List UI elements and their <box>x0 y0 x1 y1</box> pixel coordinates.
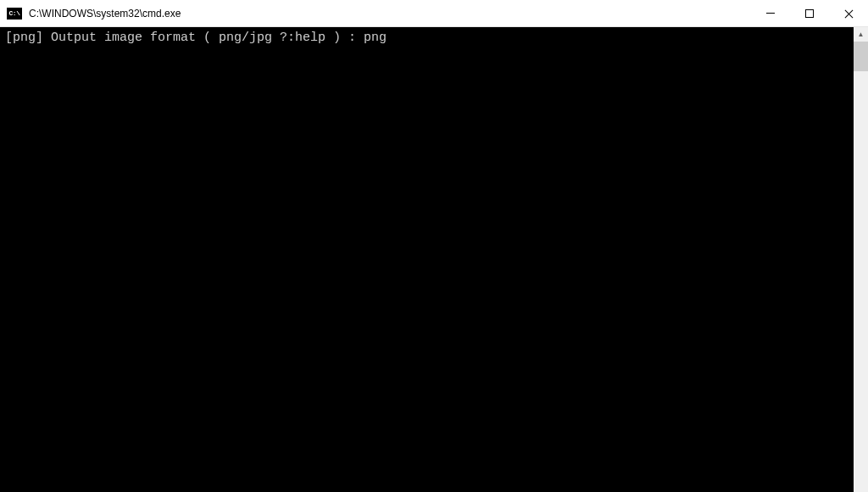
terminal-input-value: png <box>364 31 387 45</box>
maximize-icon <box>805 9 814 18</box>
prompt-default: [png] <box>5 31 43 45</box>
minimize-button[interactable] <box>751 0 790 26</box>
scroll-track[interactable] <box>854 42 868 492</box>
close-button[interactable] <box>829 0 868 26</box>
window-controls <box>751 0 868 26</box>
minimize-icon <box>766 13 775 14</box>
close-icon <box>844 9 853 18</box>
cmd-window: C:\ C:\WINDOWS\system32\cmd.exe [png] Ou… <box>0 0 868 492</box>
maximize-button[interactable] <box>790 0 829 26</box>
vertical-scrollbar[interactable]: ▲ <box>854 27 868 492</box>
cmd-app-icon: C:\ <box>7 8 22 20</box>
terminal-area: [png] Output image format ( png/jpg ?:he… <box>0 27 868 492</box>
scroll-up-arrow-icon[interactable]: ▲ <box>854 27 868 42</box>
titlebar[interactable]: C:\ C:\WINDOWS\system32\cmd.exe <box>0 0 868 27</box>
scroll-thumb[interactable] <box>854 42 868 71</box>
prompt-text: Output image format ( png/jpg ?:help ) : <box>43 31 364 45</box>
window-title: C:\WINDOWS\system32\cmd.exe <box>29 8 181 20</box>
terminal-content[interactable]: [png] Output image format ( png/jpg ?:he… <box>0 27 854 492</box>
